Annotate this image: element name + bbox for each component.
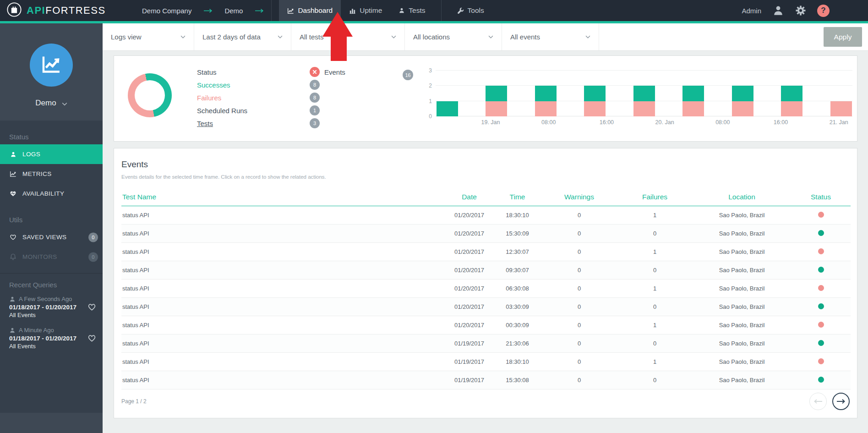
nav-item-label: Uptime: [360, 6, 382, 15]
nav-item-tests[interactable]: Tests: [390, 0, 433, 21]
person-icon: [9, 327, 16, 334]
column-header-date: Date: [445, 189, 493, 206]
recent-query-item[interactable]: A Few Seconds Ago01/18/2017 - 01/20/2017…: [0, 291, 103, 323]
cell-date: 01/20/2017: [445, 316, 493, 334]
table-row[interactable]: status API01/20/201715:30:0900Sao Paolo,…: [121, 225, 851, 243]
filter-dropdown-view[interactable]: Logs view: [103, 23, 194, 50]
cell-failures: 1: [617, 280, 693, 298]
bar-successes-segment: [584, 86, 606, 101]
legend-row-successes[interactable]: Successes8: [197, 78, 320, 91]
sidebar-item-monitors[interactable]: MONITORS0: [0, 247, 103, 267]
cell-location: Sao Paolo, Brazil: [693, 261, 791, 280]
chevron-down-icon: [391, 35, 396, 38]
sidebar-item-logs[interactable]: LOGS: [0, 144, 103, 164]
apply-button[interactable]: Apply: [824, 27, 862, 47]
table-row[interactable]: status API01/20/201718:30:1001Sao Paolo,…: [121, 206, 851, 225]
y-axis-tick-label: 2: [412, 82, 432, 89]
events-panel-subtitle: Events details for the selected time fra…: [121, 174, 326, 180]
filter-dropdown-tests[interactable]: All tests: [291, 23, 405, 50]
favorite-heart-icon[interactable]: [87, 334, 96, 343]
status-dot-fail: [818, 322, 824, 328]
cell-warnings: 0: [541, 206, 617, 225]
recent-query-item[interactable]: A Minute Ago01/18/2017 - 01/20/2017All E…: [0, 323, 103, 354]
cell-test-name: status API: [121, 206, 445, 225]
help-icon[interactable]: ?: [817, 5, 830, 17]
brand-logo[interactable]: APIFORTRESS: [0, 2, 142, 19]
sidebar-item-saved-views[interactable]: SAVED VIEWS0: [0, 227, 103, 247]
project-selector[interactable]: Demo: [0, 99, 103, 108]
cell-status: [791, 353, 851, 371]
cell-date: 01/20/2017: [445, 261, 493, 280]
filter-dropdown-events[interactable]: All events: [502, 23, 599, 50]
legend-row-tests[interactable]: Tests3: [197, 117, 320, 130]
prev-page-button[interactable]: [809, 393, 827, 410]
sidebar-item-metrics[interactable]: METRICS: [0, 164, 103, 184]
legend-row-status: Status: [197, 66, 320, 78]
status-legend: StatusSuccesses8Failures8Scheduled Runs1…: [197, 66, 320, 130]
cell-failures: 1: [617, 243, 693, 261]
nav-item-uptime[interactable]: Uptime: [341, 0, 390, 21]
query-age: A Few Seconds Ago: [9, 296, 84, 302]
table-row[interactable]: status API01/19/201718:30:1001Sao Paolo,…: [121, 353, 851, 371]
filter-value: All tests: [300, 33, 324, 41]
table-row[interactable]: status API01/19/201721:30:0600Sao Paolo,…: [121, 334, 851, 353]
table-row[interactable]: status API01/20/201703:30:0900Sao Paolo,…: [121, 298, 851, 316]
nav-item-dashboard[interactable]: Dashboard: [279, 0, 341, 21]
table-row[interactable]: status API01/20/201706:30:0801Sao Paolo,…: [121, 280, 851, 298]
cell-failures: 0: [617, 261, 693, 280]
breadcrumb-project[interactable]: Demo: [224, 7, 243, 15]
next-page-button[interactable]: [832, 393, 850, 410]
sidebar-section-utils: Utils: [0, 212, 103, 227]
cell-date: 01/20/2017: [445, 206, 493, 225]
table-row[interactable]: status API01/19/201715:30:0800Sao Paolo,…: [121, 371, 851, 389]
nav-item-tools[interactable]: Tools: [449, 0, 492, 21]
person-icon: [9, 151, 17, 158]
cell-time: 21:30:06: [493, 334, 541, 353]
sidebar-item-availability[interactable]: AVAILABILITY: [0, 184, 103, 203]
nav-divider: [271, 0, 272, 21]
status-dot-fail: [818, 358, 824, 364]
legend-label: Tests: [197, 120, 310, 127]
events-count-label: Events: [324, 68, 345, 76]
accent-line: [0, 21, 868, 23]
breadcrumb: Demo Company Demo: [142, 7, 264, 15]
bar-failures-segment: [535, 101, 557, 116]
legend-badge: 1: [310, 105, 320, 115]
user-icon[interactable]: [772, 5, 784, 16]
cell-location: Sao Paolo, Brazil: [693, 353, 791, 371]
filter-dropdown-timeframe[interactable]: Last 2 days of data: [194, 23, 291, 50]
cell-status: [791, 261, 851, 280]
cell-status: [791, 371, 851, 389]
count-badge: 0: [88, 232, 98, 242]
gear-icon[interactable]: [795, 5, 806, 16]
bar-successes-segment: [781, 86, 802, 101]
filter-dropdown-locations[interactable]: All locations: [405, 23, 502, 50]
table-row[interactable]: status API01/20/201709:30:0700Sao Paolo,…: [121, 261, 851, 280]
admin-label[interactable]: Admin: [742, 7, 761, 15]
cell-test-name: status API: [121, 298, 445, 316]
project-avatar[interactable]: [30, 44, 73, 87]
events-table: Test NameDateTimeWarningsFailuresLocatio…: [121, 189, 851, 389]
cell-date: 01/19/2017: [445, 334, 493, 353]
breadcrumb-company[interactable]: Demo Company: [142, 7, 191, 15]
sidebar-item-label: LOGS: [22, 151, 40, 158]
query-age: A Minute Ago: [9, 327, 84, 334]
cell-date: 01/20/2017: [445, 298, 493, 316]
cell-test-name: status API: [121, 261, 445, 280]
cell-warnings: 0: [541, 371, 617, 389]
legend-row-failures[interactable]: Failures8: [197, 91, 320, 104]
sidebar-item-label: SAVED VIEWS: [22, 234, 66, 241]
chart-gridline: [436, 70, 852, 71]
bar-failures-segment: [486, 101, 507, 116]
filter-value: Logs view: [111, 33, 142, 41]
sidebar-section-status: Status: [0, 129, 103, 144]
cell-date: 01/20/2017: [445, 243, 493, 261]
table-row[interactable]: status API01/20/201700:30:0901Sao Paolo,…: [121, 316, 851, 334]
nav-right-group: Admin ?: [742, 5, 868, 17]
cell-time: 18:30:10: [493, 353, 541, 371]
favorite-heart-icon[interactable]: [87, 303, 96, 312]
x-axis-tick-label: 08:00: [715, 119, 730, 126]
cell-time: 03:30:09: [493, 298, 541, 316]
table-row[interactable]: status API01/20/201712:30:0701Sao Paolo,…: [121, 243, 851, 261]
cell-failures: 1: [617, 316, 693, 334]
